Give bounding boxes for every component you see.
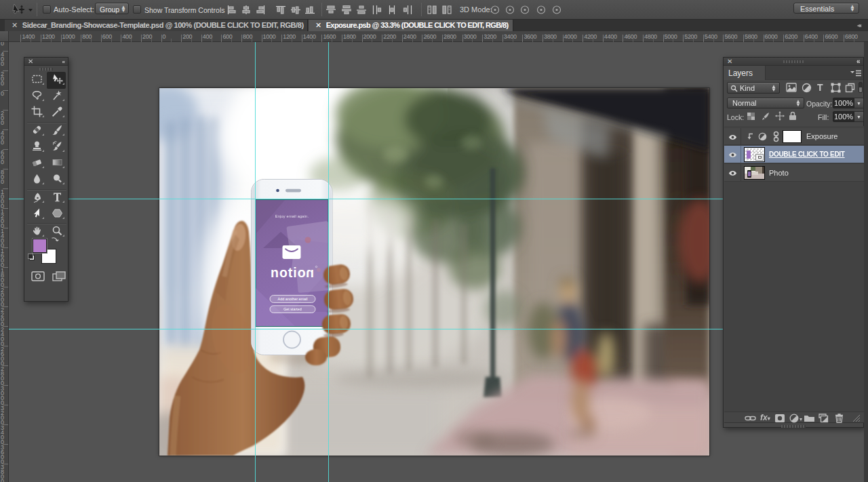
svg-text:n: n <box>306 265 314 280</box>
svg-text:Add another email: Add another email <box>278 297 308 301</box>
svg-text:Get started: Get started <box>283 307 302 311</box>
svg-text:notio: notio <box>271 265 307 280</box>
svg-text:Enjoy email again.: Enjoy email again. <box>275 214 309 218</box>
